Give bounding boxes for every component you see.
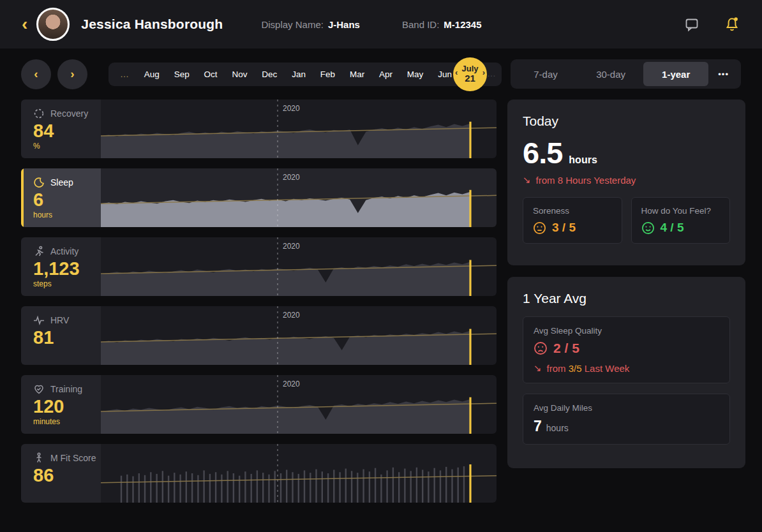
month-feb[interactable]: Feb xyxy=(320,70,335,79)
avg-sleep-quality-card: Avg Sleep Quality 2 / 5 ↘ from 3/5 xyxy=(523,316,730,383)
tab-7-day[interactable]: 7-day xyxy=(513,62,578,86)
today-delta: ↘ from 8 Hours Yesterday xyxy=(523,174,730,186)
metric-row-sleep[interactable]: Sleep 6 hours 2020 xyxy=(21,168,497,227)
timeline-toolbar: ‹ › … Aug Sep Oct Nov Dec Jan Feb Mar Ap… xyxy=(21,57,741,91)
mfit-bar-chart[interactable] xyxy=(101,444,497,503)
trend-down-icon: ↘ xyxy=(523,174,531,186)
month-sep[interactable]: Sep xyxy=(174,70,190,79)
pulse-icon xyxy=(33,314,45,326)
user-name: Jessica Hansborough xyxy=(81,17,223,32)
back-chevron-icon[interactable]: ‹ xyxy=(22,15,27,33)
body-icon xyxy=(33,452,45,464)
delta-previous-score: 3/5 xyxy=(569,363,582,374)
metric-row-recovery[interactable]: Recovery 84 % 2020 xyxy=(21,100,497,158)
notification-bell-icon[interactable] xyxy=(724,16,740,33)
tab-30-day[interactable]: 30-day xyxy=(578,62,643,86)
metric-label: Recovery xyxy=(50,108,88,119)
avg-sleep-quality-score: 2 / 5 xyxy=(553,341,579,356)
timeline-prev-button[interactable]: ‹ xyxy=(21,59,51,89)
soreness-card: Soreness 3 / 5 xyxy=(523,197,622,244)
metric-row-activity[interactable]: Activity 1,123 steps 2020 xyxy=(21,237,497,296)
avg-daily-miles-label: Avg Daily Miles xyxy=(534,403,719,413)
today-title: Today xyxy=(523,114,730,129)
delta-prefix: from xyxy=(547,363,566,374)
year-marker-label: 2020 xyxy=(283,242,300,251)
heart-check-icon xyxy=(33,383,45,395)
feel-card: How do You Feel? 4 / 5 xyxy=(631,197,731,244)
feel-score: 4 / 5 xyxy=(661,221,684,235)
selected-day-badge[interactable]: ‹ July 21 › xyxy=(453,57,487,91)
hrv-sparkline-chart[interactable]: 2020 xyxy=(101,306,497,365)
display-name-group: Display Name: J-Hans xyxy=(261,19,360,30)
one-year-avg-panel: 1 Year Avg Avg Sleep Quality 2 / 5 ↘ fro… xyxy=(507,277,745,468)
avg-daily-miles-card: Avg Daily Miles 7 hours xyxy=(523,394,730,445)
recovery-sparkline-chart[interactable]: 2020 xyxy=(101,100,497,158)
metric-label: Training xyxy=(50,384,82,394)
activity-sparkline-chart[interactable]: 2020 xyxy=(101,237,497,296)
today-hours-value: 6.5 xyxy=(523,135,562,170)
timeline-next-button[interactable]: › xyxy=(57,59,87,89)
mfit-label-panel: M Fit Score 86 xyxy=(21,444,101,503)
month-may[interactable]: May xyxy=(407,70,424,79)
activity-label-panel: Activity 1,123 steps xyxy=(21,237,101,296)
months-overflow-right[interactable]: … xyxy=(487,68,497,78)
metric-row-mfit-score[interactable]: M Fit Score 86 xyxy=(21,444,497,503)
band-id-value: M-12345 xyxy=(444,19,481,30)
summary-column: Today 6.5 hours ↘ from 8 Hours Yesterday… xyxy=(507,100,745,513)
happy-face-icon xyxy=(641,221,655,235)
band-id-label: Band ID: xyxy=(402,19,439,30)
display-name-label: Display Name: xyxy=(261,19,324,30)
day-next-icon[interactable]: › xyxy=(482,68,485,77)
month-aug[interactable]: Aug xyxy=(144,70,160,79)
metric-value: 81 xyxy=(33,329,101,347)
metrics-column: Recovery 84 % 2020 Sleep 6 hours xyxy=(21,100,497,513)
metric-unit: minutes xyxy=(33,417,101,426)
training-sparkline-chart[interactable]: 2020 xyxy=(101,375,497,434)
metric-row-training[interactable]: Training 120 minutes 2020 xyxy=(21,375,497,434)
recovery-label-panel: Recovery 84 % xyxy=(21,100,101,158)
range-more-button[interactable]: ••• xyxy=(708,62,738,86)
month-oct[interactable]: Oct xyxy=(204,70,218,79)
metric-label: M Fit Score xyxy=(50,453,96,463)
chat-icon[interactable] xyxy=(684,17,699,32)
month-jun[interactable]: Jun xyxy=(438,70,452,79)
metric-value: 6 xyxy=(33,191,101,209)
metric-unit: hours xyxy=(33,211,101,219)
month-jan[interactable]: Jan xyxy=(292,70,306,79)
sleep-sparkline-chart[interactable]: 2020 xyxy=(101,168,497,227)
month-strip: … Aug Sep Oct Nov Dec Jan Feb Mar Apr Ma… xyxy=(108,63,502,86)
runner-icon xyxy=(33,246,45,257)
months-overflow-left[interactable]: … xyxy=(120,69,130,79)
metric-unit: steps xyxy=(33,279,101,288)
metric-value: 120 xyxy=(33,397,101,416)
metric-value: 84 xyxy=(33,122,101,140)
trend-down-icon: ↘ xyxy=(534,362,542,374)
selected-day-month: July xyxy=(461,64,478,73)
feel-label: How do You Feel? xyxy=(641,206,721,216)
avg-sleep-quality-label: Avg Sleep Quality xyxy=(534,326,719,336)
metric-label: HRV xyxy=(50,315,69,325)
year-marker-label: 2020 xyxy=(283,380,300,388)
month-mar[interactable]: Mar xyxy=(350,70,364,79)
neutral-face-icon xyxy=(533,221,546,235)
metric-value: 86 xyxy=(33,466,101,485)
tab-1-year[interactable]: 1-year xyxy=(643,62,708,86)
band-id-group: Band ID: M-12345 xyxy=(402,19,482,30)
recovery-ring-icon xyxy=(33,108,45,119)
hrv-label-panel: HRV 81 xyxy=(21,306,101,365)
month-apr[interactable]: Apr xyxy=(379,70,392,79)
sleep-label-panel: Sleep 6 hours xyxy=(21,168,101,227)
metric-value: 1,123 xyxy=(33,260,101,278)
year-marker-label: 2020 xyxy=(283,104,300,113)
today-panel: Today 6.5 hours ↘ from 8 Hours Yesterday… xyxy=(507,100,745,265)
month-dec[interactable]: Dec xyxy=(262,70,277,79)
metric-row-hrv[interactable]: HRV 81 2020 xyxy=(21,306,497,365)
range-selector: 7-day 30-day 1-year ••• xyxy=(511,59,741,89)
soreness-label: Soreness xyxy=(533,206,612,216)
month-nov[interactable]: Nov xyxy=(232,70,247,79)
avg-daily-miles-value: 7 xyxy=(534,418,542,435)
avatar xyxy=(36,8,70,41)
today-delta-text: from 8 Hours Yesterday xyxy=(536,175,636,186)
day-prev-icon[interactable]: ‹ xyxy=(455,68,458,77)
sad-face-icon xyxy=(534,341,548,355)
